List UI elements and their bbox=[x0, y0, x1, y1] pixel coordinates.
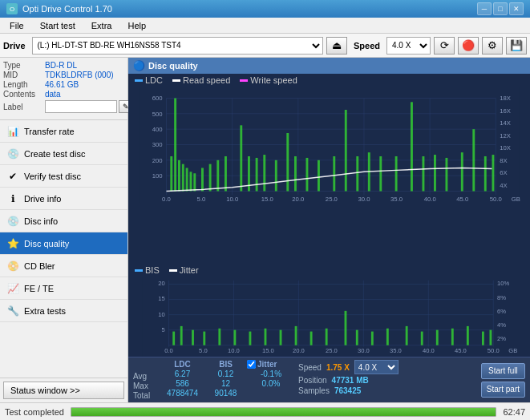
menu-help[interactable]: Help bbox=[121, 19, 152, 32]
sidebar-item-verify-test-disc[interactable]: ✔ Verify test disc bbox=[0, 165, 127, 188]
sidebar-item-label-verify-test-disc: Verify test disc bbox=[24, 172, 81, 181]
svg-rect-48 bbox=[209, 164, 212, 192]
svg-text:30.0: 30.0 bbox=[358, 347, 370, 354]
sidebar-item-create-test-disc[interactable]: 💿 Create test disc bbox=[0, 143, 127, 165]
svg-rect-61 bbox=[345, 110, 347, 192]
svg-rect-60 bbox=[333, 156, 335, 192]
svg-rect-71 bbox=[472, 129, 475, 191]
svg-rect-66 bbox=[411, 102, 413, 191]
ldc-col-header: LDC bbox=[160, 360, 204, 369]
read-button[interactable]: ⟳ bbox=[434, 37, 455, 55]
svg-rect-55 bbox=[275, 160, 277, 192]
disc-length-value: 46.61 GB bbox=[45, 80, 79, 89]
eject-button[interactable]: ⏏ bbox=[326, 37, 347, 55]
burn-button[interactable]: 🔴 bbox=[458, 37, 479, 55]
speed-select[interactable]: 4.0 X bbox=[386, 37, 431, 55]
svg-text:35.0: 35.0 bbox=[390, 196, 403, 203]
total-bis-val: 90148 bbox=[208, 389, 244, 398]
drive-label: Drive bbox=[3, 41, 26, 50]
stats-main-row: Avg Max Total LDC 6.27 586 4788474 BIS 0… bbox=[128, 357, 530, 402]
left-panel: Type BD-R DL MID TDKBLDRFB (000) Length … bbox=[0, 58, 128, 402]
maximize-button[interactable]: □ bbox=[493, 2, 508, 15]
sidebar-item-cd-bler[interactable]: 📀 CD Bler bbox=[0, 255, 127, 277]
sidebar-item-label-disc-quality: Disc quality bbox=[24, 239, 69, 248]
svg-text:5.0: 5.0 bbox=[197, 196, 206, 203]
svg-text:10X: 10X bbox=[500, 144, 511, 151]
svg-rect-51 bbox=[240, 125, 242, 191]
sidebar-item-fe-te[interactable]: 📈 FE / TE bbox=[0, 277, 127, 300]
extra-tests-icon: 🔧 bbox=[6, 305, 19, 317]
write-speed-legend-label: Write speed bbox=[250, 75, 297, 85]
save-button[interactable]: 💾 bbox=[506, 37, 527, 55]
speed-select-stats[interactable]: 4.0 X bbox=[354, 360, 399, 374]
disc-contents-label: Contents bbox=[3, 90, 45, 99]
samples-value: 763425 bbox=[334, 386, 361, 395]
svg-text:15.0: 15.0 bbox=[262, 347, 274, 354]
ldc-legend-color bbox=[135, 79, 143, 82]
menu-extra[interactable]: Extra bbox=[85, 19, 119, 32]
menu-file[interactable]: File bbox=[3, 19, 30, 32]
svg-text:5.0: 5.0 bbox=[199, 347, 208, 354]
sidebar-item-extra-tests[interactable]: 🔧 Extra tests bbox=[0, 300, 127, 322]
settings-button[interactable]: ⚙ bbox=[482, 37, 503, 55]
svg-text:0.0: 0.0 bbox=[162, 196, 171, 203]
svg-text:300: 300 bbox=[152, 141, 163, 148]
svg-rect-72 bbox=[484, 156, 487, 192]
read-speed-legend-color bbox=[172, 79, 180, 82]
svg-text:30.0: 30.0 bbox=[358, 196, 370, 203]
jitter-header-row: Jitter bbox=[247, 360, 295, 369]
svg-text:10: 10 bbox=[158, 311, 164, 318]
start-full-button[interactable]: Start full bbox=[481, 363, 525, 379]
bis-legend-color bbox=[135, 269, 143, 272]
cd-bler-icon: 📀 bbox=[6, 260, 19, 273]
svg-text:20: 20 bbox=[158, 280, 164, 287]
svg-rect-126 bbox=[451, 329, 454, 345]
bottom-bar: Test completed 62:47 bbox=[0, 402, 530, 420]
disc-label-row: Label ✎ bbox=[3, 100, 133, 113]
bottom-chart-area: BIS Jitter bbox=[128, 264, 530, 357]
svg-rect-67 bbox=[423, 156, 425, 192]
sidebar-item-disc-quality[interactable]: ⭐ Disc quality bbox=[0, 232, 127, 255]
drive-bar: Drive (L:) HL-DT-ST BD-RE WH16NS58 TST4 … bbox=[0, 34, 530, 58]
svg-text:18X: 18X bbox=[500, 95, 511, 102]
main-content: Type BD-R DL MID TDKBLDRFB (000) Length … bbox=[0, 58, 530, 402]
disc-type-label: Type bbox=[3, 61, 45, 70]
sidebar-item-drive-info[interactable]: ℹ Drive info bbox=[0, 188, 127, 210]
svg-text:100: 100 bbox=[152, 172, 163, 180]
speed-row: Speed 1.75 X 4.0 X bbox=[298, 360, 478, 374]
menu-start-test[interactable]: Start test bbox=[34, 19, 82, 32]
time-text: 62:47 bbox=[503, 407, 525, 417]
close-button[interactable]: ✕ bbox=[509, 2, 524, 15]
svg-rect-115 bbox=[280, 330, 282, 345]
avg-bis-val: 0.12 bbox=[208, 370, 244, 378]
svg-text:20.0: 20.0 bbox=[293, 347, 305, 354]
drive-select[interactable]: (L:) HL-DT-ST BD-RE WH16NS58 TST4 bbox=[32, 37, 323, 55]
bottom-chart-legend: BIS Jitter bbox=[128, 264, 530, 277]
chart-header-icon: 🔵 bbox=[133, 60, 145, 71]
status-section: Status window >> bbox=[0, 378, 127, 402]
status-window-label: Status window >> bbox=[10, 386, 80, 395]
samples-label: Samples bbox=[298, 386, 330, 395]
svg-text:6%: 6% bbox=[497, 308, 506, 315]
start-part-button[interactable]: Start part bbox=[481, 382, 525, 398]
chart-header: 🔵 Disc quality bbox=[128, 58, 530, 74]
position-row: Position 47731 MB bbox=[298, 376, 478, 385]
jitter-checkbox[interactable] bbox=[247, 360, 256, 369]
sidebar-item-disc-info[interactable]: 💿 Disc info bbox=[0, 210, 127, 232]
status-window-button[interactable]: Status window >> bbox=[3, 382, 124, 399]
minimize-button[interactable]: ─ bbox=[477, 2, 492, 15]
sidebar-item-transfer-rate[interactable]: 📊 Transfer rate bbox=[0, 120, 127, 143]
svg-text:10.0: 10.0 bbox=[228, 347, 240, 354]
svg-text:10.0: 10.0 bbox=[226, 196, 238, 203]
svg-rect-118 bbox=[326, 329, 328, 345]
svg-text:20.0: 20.0 bbox=[292, 196, 304, 203]
sidebar-item-label-drive-info: Drive info bbox=[24, 194, 61, 204]
stats-ldc-col: LDC 6.27 586 4788474 bbox=[160, 360, 204, 400]
top-chart-area: LDC Read speed Write speed bbox=[128, 74, 530, 264]
disc-info-icon: 💿 bbox=[6, 215, 19, 228]
fe-te-icon: 📈 bbox=[6, 282, 19, 295]
svg-text:200: 200 bbox=[152, 157, 163, 164]
disc-label-input[interactable] bbox=[45, 100, 117, 113]
svg-rect-47 bbox=[201, 168, 204, 192]
title-bar: O Opti Drive Control 1.70 ─ □ ✕ bbox=[0, 0, 530, 18]
